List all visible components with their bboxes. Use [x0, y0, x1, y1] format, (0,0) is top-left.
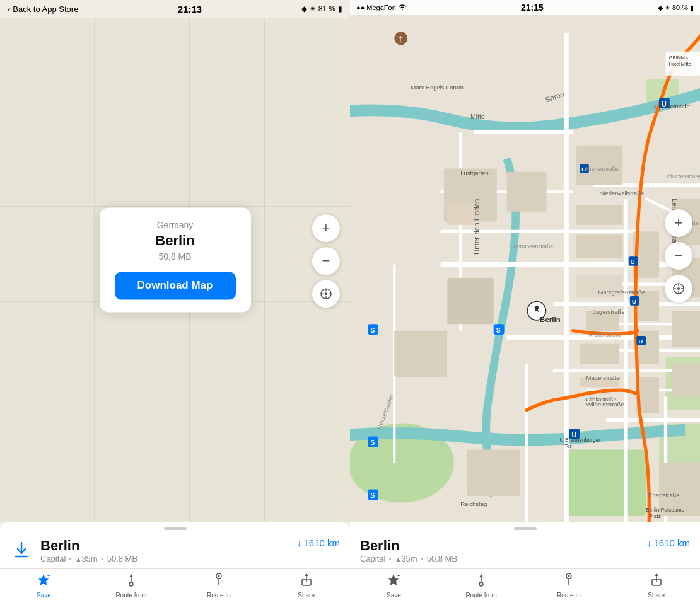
right-handle-bar — [514, 527, 537, 530]
svg-point-7 — [325, 292, 327, 295]
svg-marker-143 — [479, 574, 483, 577]
berlin-map-svg: U U U U U U S S S S S † — [350, 0, 700, 522]
tab-save[interactable]: + Save — [0, 573, 88, 599]
left-map-area: Germany Berlin 50,8 MB Download Map + − — [0, 18, 350, 522]
dot-separator — [69, 558, 71, 560]
svg-text:Berlin: Berlin — [540, 316, 561, 323]
svg-rect-58 — [576, 235, 622, 258]
svg-text:U: U — [631, 258, 635, 265]
svg-text:U Spittelmarkt: U Spittelmarkt — [653, 103, 691, 110]
location-button[interactable] — [312, 280, 340, 308]
svg-point-145 — [568, 575, 569, 577]
svg-text:Niederwallstraße: Niederwallstraße — [600, 190, 645, 197]
right-tab-route-to[interactable]: Route to — [525, 573, 613, 599]
zoom-in-button[interactable]: + — [312, 214, 340, 242]
right-tab-route-from[interactable]: Route from — [438, 573, 525, 599]
left-tab-bar: + Save Route from — [0, 568, 350, 605]
compass-icon — [320, 287, 332, 300]
right-zoom-in-button[interactable]: + — [665, 209, 692, 237]
back-arrow-icon: ‹ — [8, 4, 10, 14]
right-status-icons: ◆ ✴ 80 % ▮ — [658, 4, 694, 12]
back-button[interactable]: ‹ Back to App Store — [8, 4, 78, 14]
svg-rect-70 — [672, 364, 700, 396]
right-sheet-content: Berlin Capital 35m 50,8 MB ↓ 1610 km — [350, 530, 700, 568]
sheet-handle[interactable] — [0, 522, 350, 530]
route-to-label: Route to — [207, 592, 231, 599]
share-icon — [300, 573, 313, 590]
right-distance-value: 1610 km — [653, 538, 690, 548]
svg-text:Glinkastraße: Glinkastraße — [586, 396, 617, 403]
svg-text:S: S — [370, 439, 375, 446]
route-to-icon — [212, 573, 226, 590]
right-compass-icon — [672, 282, 685, 295]
svg-text:Marx-Engels-Forum: Marx-Engels-Forum — [411, 84, 464, 91]
right-route-to-label: Route to — [557, 592, 581, 599]
right-distance-badge: ↓ 1610 km — [647, 538, 690, 548]
svg-text:+: + — [397, 573, 400, 579]
share-label: Share — [298, 592, 315, 599]
svg-text:Mitte: Mitte — [470, 113, 485, 120]
right-location-icon: ◆ — [658, 4, 663, 12]
distance-arrow: ↓ — [297, 538, 302, 548]
signal-icon: ●● — [356, 4, 365, 11]
tab-share[interactable]: Share — [262, 573, 350, 599]
city-meta: Capital 35m 50,8 MB — [40, 554, 289, 563]
right-tab-share[interactable]: Share — [612, 573, 700, 599]
svg-point-134 — [677, 287, 680, 290]
download-map-button[interactable]: Download Map — [115, 272, 236, 299]
right-time: 21:15 — [521, 3, 544, 13]
svg-text:Jägerstraße: Jägerstraße — [593, 308, 624, 315]
svg-rect-61 — [580, 344, 619, 364]
svg-text:Mauerstraße: Mauerstraße — [586, 374, 621, 381]
left-time: 21:13 — [178, 4, 202, 14]
svg-rect-55 — [447, 205, 474, 224]
right-map-area: ●● MegaFon 21:15 ◆ ✴ 80 % ▮ — [350, 0, 700, 522]
svg-rect-72 — [394, 331, 447, 377]
download-card: Germany Berlin 50,8 MB Download Map — [100, 207, 251, 312]
svg-text:Ebertstraße: Ebertstraße — [648, 492, 679, 498]
right-tab-bar: + Save Route from — [350, 568, 700, 605]
right-city-info: Berlin Capital 35m 50,8 MB — [360, 538, 639, 563]
svg-point-141 — [479, 582, 483, 586]
right-tab-save[interactable]: + Save — [350, 573, 438, 599]
right-city-name: Berlin — [360, 538, 639, 554]
right-zoom-out-button[interactable]: − — [665, 242, 692, 270]
zoom-out-button[interactable]: − — [312, 247, 340, 275]
tab-route-to[interactable]: Route to — [175, 573, 263, 599]
svg-text:Tor: Tor — [564, 443, 572, 449]
right-city-type: Capital — [360, 554, 385, 563]
city-type: Capital — [40, 554, 66, 563]
route-from-label: Route from — [115, 592, 146, 599]
tab-route-from[interactable]: Route from — [88, 573, 175, 599]
right-route-to-icon — [562, 573, 576, 590]
right-sheet-handle[interactable] — [350, 522, 700, 530]
right-dot2 — [421, 558, 423, 560]
right-bluetooth-icon: ✴ — [665, 4, 670, 12]
svg-text:Markgrafenstraße: Markgrafenstraße — [598, 289, 645, 296]
svg-rect-57 — [576, 205, 622, 224]
region-label: Germany — [115, 220, 236, 230]
svg-rect-71 — [447, 278, 493, 324]
city-name: Berlin — [40, 538, 289, 554]
svg-text:Kronenstraße: Kronenstraße — [586, 166, 619, 172]
svg-marker-149 — [655, 573, 658, 576]
size-label: 50,8 MB — [115, 251, 236, 262]
location-icon: ◆ — [301, 4, 307, 13]
svg-text:Reichstag: Reichstag — [460, 500, 487, 507]
right-distance-arrow: ↓ — [647, 538, 652, 548]
svg-point-106 — [535, 306, 539, 309]
svg-text:Platz: Platz — [649, 513, 661, 519]
svg-rect-73 — [467, 450, 520, 496]
right-share-label: Share — [648, 592, 665, 599]
right-save-label: Save — [387, 592, 401, 599]
svg-text:U: U — [638, 338, 643, 345]
right-location-button[interactable] — [665, 275, 692, 302]
svg-text:GRIMM's: GRIMM's — [669, 55, 689, 60]
svg-rect-27 — [566, 450, 646, 516]
signal-dots: ●● MegaFon — [356, 4, 407, 12]
right-city-meta: Capital 35m 50,8 MB — [360, 554, 639, 563]
svg-text:Kronenstraße: Kronenstraße — [589, 331, 621, 338]
right-dot1 — [389, 558, 391, 560]
svg-text:Dorotheenstraße: Dorotheenstraße — [513, 243, 553, 250]
svg-rect-69 — [672, 311, 700, 347]
